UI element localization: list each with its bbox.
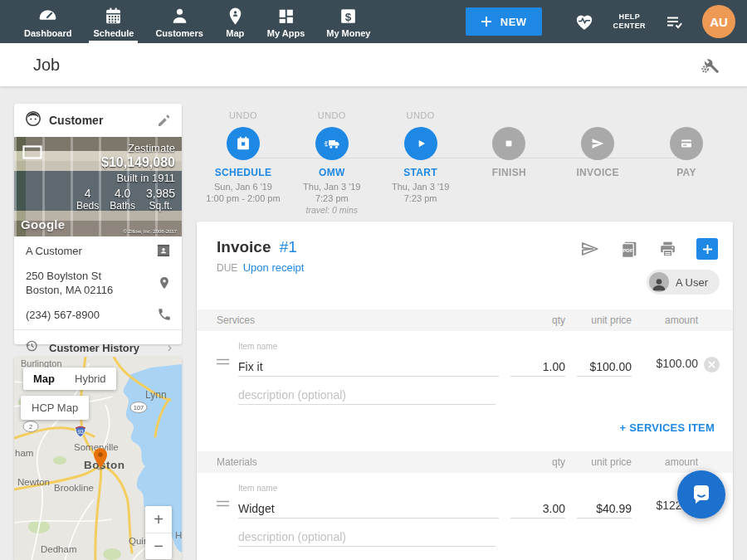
- qty-column-header: qty: [499, 314, 565, 326]
- materials-header-band: Materials qty unit price amount: [197, 451, 733, 473]
- expand-photo-icon[interactable]: [22, 145, 42, 163]
- add-invoice-item-button[interactable]: [696, 238, 718, 260]
- customer-card-title: Customer: [49, 114, 103, 127]
- contact-card-icon[interactable]: [155, 242, 172, 259]
- plus-icon: [481, 16, 492, 27]
- invoice-number-link[interactable]: #1: [280, 238, 297, 256]
- customer-face-icon: [24, 110, 42, 131]
- drag-handle-icon[interactable]: [217, 354, 238, 377]
- undo-start-link[interactable]: UNDO: [407, 110, 435, 127]
- step-pay: PAY: [643, 110, 730, 216]
- top-nav: Dashboard Schedule Customers Map My Apps: [0, 0, 747, 43]
- map-label-waltham: ham: [15, 448, 33, 458]
- page-header: Job: [0, 43, 747, 86]
- job-tools-icon[interactable]: [699, 54, 720, 75]
- step-omw: UNDO OMW Thu, Jan 3 '197:23 pmtravel: 0 …: [289, 110, 375, 216]
- unit-price-column-header: unit price: [565, 314, 632, 326]
- beds-value: 4: [76, 187, 99, 200]
- route-2-shield: 2: [23, 421, 38, 432]
- service-amount: $100.00: [632, 357, 698, 377]
- pay-card-icon[interactable]: [670, 127, 703, 160]
- nav-tab-my-apps[interactable]: My Apps: [256, 0, 315, 43]
- job-progress-steps: UNDO SCHEDULE Sun, Jan 6 '191:00 pm - 2:…: [197, 110, 733, 216]
- step-time: 1:00 pm - 2:00 pm: [206, 193, 280, 203]
- delete-item-button[interactable]: [704, 357, 720, 373]
- material-unit-price-input[interactable]: [577, 499, 632, 519]
- baths-label: Baths: [110, 200, 135, 212]
- user-silhouette-icon: [649, 272, 669, 292]
- map-type-map-button[interactable]: Map: [23, 368, 65, 390]
- invoice-send-icon[interactable]: [581, 127, 614, 160]
- service-description-input[interactable]: [238, 385, 496, 405]
- zoom-in-button[interactable]: +: [145, 506, 172, 533]
- new-button-label: NEW: [500, 16, 527, 28]
- schedule-icon: [103, 5, 124, 27]
- zestimate-value: $10,149,080: [66, 155, 175, 170]
- service-item-name-input[interactable]: [238, 357, 499, 377]
- phone-icon[interactable]: [157, 307, 172, 322]
- google-watermark: Google: [21, 217, 65, 231]
- customer-name: A Customer: [26, 244, 82, 258]
- health-heart-icon[interactable]: [574, 11, 595, 32]
- finish-stop-icon[interactable]: [492, 127, 525, 160]
- nav-tab-my-money[interactable]: $ My Money: [315, 0, 381, 43]
- baths-value: 4.0: [110, 187, 135, 200]
- route-107-shield: 107: [130, 402, 147, 413]
- address-line1: 250 Boylston St: [26, 270, 101, 282]
- nav-tab-customers[interactable]: Customers: [144, 0, 213, 43]
- nav-tab-label: Customers: [155, 28, 203, 38]
- chat-widget-button[interactable]: [677, 470, 725, 519]
- map-label-hingham: Hi: [175, 530, 182, 540]
- undo-omw-link[interactable]: UNDO: [318, 110, 346, 127]
- edit-pencil-icon[interactable]: [156, 113, 172, 129]
- add-services-item-link[interactable]: + SERVICES ITEM: [620, 421, 715, 434]
- help-center-link[interactable]: HELP CENTER: [613, 12, 646, 31]
- service-unit-price-input[interactable]: [577, 357, 632, 377]
- page-title: Job: [33, 56, 60, 75]
- map-type-hybrid-button[interactable]: Hybrid: [65, 368, 116, 390]
- location-pin-icon[interactable]: [157, 275, 172, 290]
- i93-number: 93: [77, 429, 84, 435]
- item-name-label: Item name: [238, 484, 499, 493]
- property-photo: Zestimate $10,149,080 Built in 1911 4Bed…: [14, 137, 182, 236]
- help-center-line2: CENTER: [613, 22, 646, 31]
- schedule-step-icon[interactable]: [227, 127, 260, 160]
- service-qty-input[interactable]: [510, 357, 565, 377]
- drag-handle-icon[interactable]: [217, 496, 238, 519]
- pdf-icon[interactable]: PDF: [618, 239, 639, 260]
- material-qty-input[interactable]: [510, 499, 565, 519]
- due-value-link[interactable]: Upon receipt: [243, 261, 305, 274]
- material-description-input[interactable]: [238, 527, 496, 547]
- user-avatar[interactable]: AU: [702, 5, 735, 38]
- material-item-name-input[interactable]: [238, 499, 499, 519]
- address-line2: Boston, MA 02116: [26, 284, 113, 296]
- step-finish: FINISH: [466, 110, 552, 216]
- nav-tab-map[interactable]: Map: [214, 0, 256, 43]
- chat-bubble-icon: [689, 482, 714, 507]
- zoom-out-button[interactable]: −: [145, 533, 172, 559]
- route-107-number: 107: [134, 404, 144, 411]
- hcp-map-button[interactable]: HCP Map: [21, 396, 89, 420]
- undo-schedule-link[interactable]: UNDO: [229, 110, 257, 127]
- nav-tab-dashboard[interactable]: Dashboard: [13, 0, 82, 43]
- customer-phone: (234) 567-8900: [26, 308, 100, 322]
- route-2-number: 2: [29, 423, 32, 431]
- invoice-title: Invoice: [217, 238, 271, 256]
- assigned-user-chip[interactable]: A User: [647, 270, 720, 295]
- amount-column-header: amount: [632, 314, 698, 326]
- item-name-label: Item name: [238, 342, 499, 351]
- new-button[interactable]: NEW: [466, 7, 542, 36]
- print-icon[interactable]: [657, 239, 678, 260]
- omw-truck-icon[interactable]: [315, 127, 349, 160]
- step-invoice: INVOICE: [554, 110, 641, 216]
- send-invoice-icon[interactable]: [579, 238, 600, 260]
- customer-history-label: Customer History: [49, 342, 139, 354]
- history-clock-icon: [24, 338, 39, 357]
- property-stats: 4Beds 4.0Baths 3,985Sq.ft.: [66, 187, 175, 212]
- tasks-checklist-icon[interactable]: [664, 12, 684, 32]
- start-play-icon[interactable]: [404, 127, 437, 160]
- invoice-due-row: DUE Upon receipt: [217, 261, 304, 274]
- services-section-title: Services: [217, 314, 499, 326]
- step-time: 7:23 pm: [404, 193, 437, 203]
- nav-tab-schedule[interactable]: Schedule: [82, 0, 144, 43]
